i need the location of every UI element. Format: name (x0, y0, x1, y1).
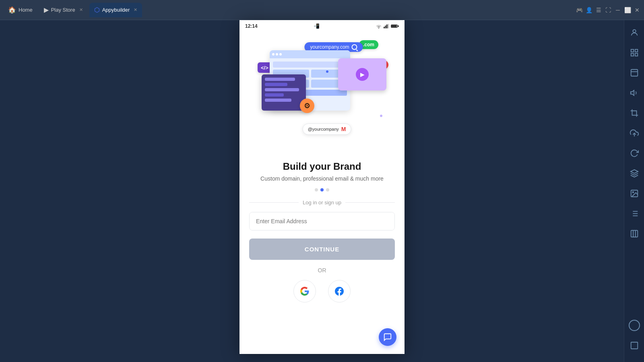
phone-frame: 12:14 📲 .com .net yourcompany.com (239, 20, 405, 354)
video-card: ▶ (338, 58, 386, 90)
svg-point-11 (632, 191, 634, 193)
circle-icon[interactable] (628, 319, 640, 331)
image-icon[interactable] (628, 187, 640, 200)
deco-dot-1 (326, 70, 328, 73)
svg-point-0 (633, 30, 636, 33)
svg-rect-24 (386, 25, 388, 29)
dot-3[interactable] (326, 188, 329, 191)
email-input[interactable] (250, 212, 394, 230)
dots-indicator (315, 188, 329, 191)
screenshot-icon[interactable] (628, 67, 640, 79)
or-label: OR (318, 267, 326, 274)
continue-button[interactable]: CONTINUE (249, 239, 395, 260)
svg-rect-22 (384, 27, 385, 28)
browser-window-bar (270, 50, 350, 58)
svg-rect-1 (631, 49, 633, 52)
status-time: 12:14 (245, 23, 258, 29)
divider-left (249, 202, 299, 203)
status-bar: 12:14 📲 (239, 20, 405, 32)
svg-rect-4 (635, 53, 637, 56)
google-signin-button[interactable] (293, 280, 316, 302)
tab-appybuilder[interactable]: ⬡ Appybuilder ✕ (89, 3, 142, 17)
deco-dot-2 (380, 115, 382, 117)
svg-rect-27 (398, 26, 398, 27)
text-section: Build your Brand Custom domain, professi… (239, 157, 405, 188)
domain-text: yourcompany.com (310, 44, 349, 50)
dot-2[interactable] (320, 188, 324, 191)
illustration-container: .com .net yourcompany.com </> ✕ (254, 38, 390, 151)
svg-rect-2 (635, 49, 637, 52)
divider-section: Log in or sign up (239, 200, 405, 206)
tab-close-playstore[interactable]: ✕ (79, 7, 83, 12)
status-charging-icon: 📲 (314, 23, 320, 29)
svg-rect-23 (385, 26, 386, 29)
brand-subtitle: Custom domain, professional email & much… (249, 175, 395, 182)
circle-outline-icon (629, 320, 640, 331)
gmail-icon: M (341, 126, 346, 132)
restore-button[interactable]: ⬜ (624, 6, 631, 14)
code-window (262, 74, 306, 111)
controller-icon[interactable]: 🎮 (576, 6, 583, 14)
email-tag: @yourcompany M (303, 123, 351, 135)
gear-badge: ⚙ (300, 99, 314, 113)
tab-close-appybuilder[interactable]: ✕ (134, 7, 137, 12)
menu-icon[interactable]: ☰ (595, 6, 602, 14)
phone-content: .com .net yourcompany.com </> ✕ (239, 32, 405, 354)
minimize-button[interactable]: ─ (614, 6, 621, 14)
social-buttons (293, 280, 351, 302)
person-icon[interactable] (628, 27, 640, 39)
facebook-signin-button[interactable] (328, 280, 351, 302)
svg-marker-9 (630, 170, 638, 173)
status-icons (376, 24, 399, 29)
volume-icon[interactable] (628, 87, 640, 99)
svg-rect-25 (388, 24, 389, 28)
browser-toolbar-right: 🎮 👤 ☰ ⛶ ─ ⬜ ✕ (576, 6, 641, 14)
close-button[interactable]: ✕ (634, 6, 641, 14)
divider-text: Log in or sign up (303, 200, 341, 206)
svg-rect-18 (631, 230, 638, 237)
grid-icon[interactable] (628, 47, 640, 59)
browser-chrome: 🏠 Home ▶ Play Store ✕ ⬡ Appybuilder ✕ 🎮 … (0, 0, 644, 20)
tab-playstore[interactable]: ▶ Play Store ✕ (39, 3, 88, 17)
email-input-wrapper (249, 212, 395, 230)
divider-right (345, 202, 395, 203)
square-icon[interactable] (628, 339, 640, 352)
chat-fab-button[interactable] (379, 328, 396, 346)
svg-rect-3 (631, 53, 633, 56)
upload-icon[interactable] (628, 127, 640, 139)
layers-icon[interactable] (628, 167, 640, 179)
search-icon (352, 44, 357, 50)
rotate-icon[interactable] (628, 147, 640, 159)
user-icon[interactable]: 👤 (585, 6, 592, 14)
tab-home[interactable]: 🏠 Home (3, 3, 37, 17)
hero-illustration: .com .net yourcompany.com </> ✕ (239, 32, 405, 157)
more-icon[interactable] (628, 228, 640, 240)
email-tag-text: @yourcompany (308, 127, 339, 132)
crop-icon[interactable] (628, 107, 640, 119)
play-button-icon: ▶ (356, 68, 369, 81)
list-icon[interactable] (628, 208, 640, 220)
svg-marker-7 (630, 90, 634, 96)
brand-title: Build your Brand (249, 161, 395, 172)
fullscreen-icon[interactable]: ⛶ (605, 6, 612, 14)
dot-1[interactable] (315, 188, 318, 191)
svg-rect-21 (631, 342, 638, 349)
svg-rect-28 (391, 25, 396, 27)
code-label: </> (261, 65, 268, 71)
right-sidebar (624, 20, 644, 362)
svg-rect-5 (631, 70, 638, 76)
